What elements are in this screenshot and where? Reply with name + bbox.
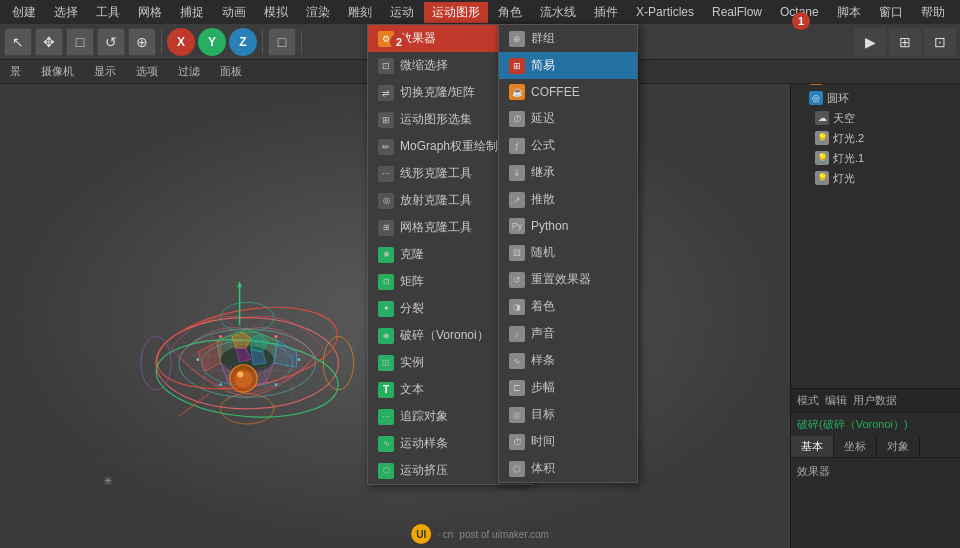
effects-dropdown: ⊕ 群组 ⊞ 简易 ☕ COFFEE ⏱ 延迟 ƒ 公式 ⇓ 继承 ↗ 推散 P… [498,24,638,483]
step-label: 步幅 [531,379,555,396]
target-icon: ◎ [509,407,525,423]
svg-point-43 [219,383,222,386]
push-icon: ↗ [509,192,525,208]
effector-formula[interactable]: ƒ 公式 [499,132,637,159]
python-icon: Py [509,218,525,234]
clone-icon: ❋ [378,247,394,263]
render-region-btn[interactable]: ⊞ [889,28,921,56]
menu-sculpt[interactable]: 雕刻 [340,2,380,23]
radial-label: 放射克隆工具 [400,192,472,209]
attr-tabs: 基本 坐标 对象 [791,436,960,458]
menu-render[interactable]: 渲染 [298,2,338,23]
scale-tool-btn[interactable]: □ [66,28,94,56]
target-label: 目标 [531,406,555,423]
userdata-btn[interactable]: 用户数据 [853,393,897,408]
select-tool-btn[interactable]: ↖ [4,28,32,56]
effector-shade[interactable]: ◑ 着色 [499,293,637,320]
time-label: 时间 [531,433,555,450]
voronoi-label: 破碎（Voronoi） [400,327,489,344]
svg-marker-37 [237,281,242,287]
effector-spline[interactable]: ∿ 样条 [499,347,637,374]
menu-help[interactable]: 帮助 [913,2,953,23]
matrix-icon: ⊡ [378,274,394,290]
effector-simple[interactable]: ⊞ 简易 [499,52,637,79]
render-btn[interactable]: ▶ [854,28,886,56]
effector-reset[interactable]: ↺ 重置效果器 [499,266,637,293]
panel-label[interactable]: 面板 [214,62,248,81]
menu-mograph[interactable]: 运动图形 [424,2,488,23]
tree-item-light1[interactable]: 💡 灯光.1 [791,148,960,168]
toolbar-sep1 [161,30,162,54]
linear-label: 线形克隆工具 [400,165,472,182]
tree-label-light: 灯光 [833,171,855,186]
object-btn[interactable]: □ [268,28,296,56]
effector-target[interactable]: ◎ 目标 [499,401,637,428]
menu-snap[interactable]: 捕捉 [172,2,212,23]
menu-plugin[interactable]: 插件 [586,2,626,23]
tab-object[interactable]: 对象 [877,436,920,457]
tree-item-light2[interactable]: 💡 灯光.2 [791,128,960,148]
tree-item-sky[interactable]: ☁ 天空 [791,108,960,128]
menu-character[interactable]: 角色 [490,2,530,23]
tree-item-torus[interactable]: ◎ 圆环 [791,88,960,108]
menu-animate[interactable]: 动画 [214,2,254,23]
scene-label[interactable]: 景 [4,62,27,81]
toggle-icon: ⇌ [378,85,394,101]
effector-push[interactable]: ↗ 推散 [499,186,637,213]
effects-section-label: 效果器 [797,464,954,479]
menu-motion[interactable]: 运动 [382,2,422,23]
x-axis-btn[interactable]: X [167,28,195,56]
menu-select[interactable]: 选择 [46,2,86,23]
render-view-btn[interactable]: ⊡ [924,28,956,56]
effector-sound[interactable]: ♪ 声音 [499,320,637,347]
menu-window[interactable]: 窗口 [871,2,911,23]
effector-time[interactable]: ⏱ 时间 [499,428,637,455]
tree-item-light[interactable]: 💡 灯光 [791,168,960,188]
effector-random[interactable]: ⚄ 随机 [499,239,637,266]
effector-volume[interactable]: ⬡ 体积 [499,455,637,482]
delay-icon: ⏱ [509,111,525,127]
options-label[interactable]: 选项 [130,62,164,81]
menu-pipeline[interactable]: 流水线 [532,2,584,23]
move-tool-btn[interactable]: ✥ [35,28,63,56]
svg-line-3 [118,432,270,500]
menu-simulate[interactable]: 模拟 [256,2,296,23]
rotate-tool-btn[interactable]: ↺ [97,28,125,56]
tab-basic[interactable]: 基本 [791,436,834,457]
mosel-label: 运动图形选集 [400,111,472,128]
edit-btn[interactable]: 编辑 [825,393,847,408]
menu-mesh[interactable]: 网格 [130,2,170,23]
transform-tool-btn[interactable]: ⊕ [128,28,156,56]
mospline-label: 运动样条 [400,435,448,452]
python-label: Python [531,219,568,233]
badge-2: 2 [390,33,408,51]
display-label[interactable]: 显示 [88,62,122,81]
tab-coord[interactable]: 坐标 [834,436,877,457]
y-axis-btn[interactable]: Y [198,28,226,56]
z-axis-btn[interactable]: Z [229,28,257,56]
menu-xparticles[interactable]: X-Particles [628,3,702,21]
minisel-label: 微缩选择 [400,57,448,74]
spline-label: 样条 [531,352,555,369]
filter-label[interactable]: 过滤 [172,62,206,81]
shade-icon: ◑ [509,299,525,315]
menu-tools[interactable]: 工具 [88,2,128,23]
watermark-site: post of uimaker.com [459,529,548,540]
effector-python[interactable]: Py Python [499,213,637,239]
camera-label[interactable]: 摄像机 [35,62,80,81]
menu-create[interactable]: 创建 [4,2,44,23]
effector-group[interactable]: ⊕ 群组 [499,25,637,52]
sound-icon: ♪ [509,326,525,342]
menu-script[interactable]: 脚本 [829,2,869,23]
effector-coffee[interactable]: ☕ COFFEE [499,79,637,105]
mode-btn[interactable]: 模式 [797,393,819,408]
menu-realflow[interactable]: RealFlow [704,3,770,21]
effector-step[interactable]: ⊏ 步幅 [499,374,637,401]
tree-label-light2: 灯光.2 [833,131,864,146]
effector-inherit[interactable]: ⇓ 继承 [499,159,637,186]
grid-label: 网格克隆工具 [400,219,472,236]
svg-point-35 [237,372,243,378]
effector-delay[interactable]: ⏱ 延迟 [499,105,637,132]
svg-point-42 [297,358,300,361]
attr-content: 效果器 [791,458,960,485]
